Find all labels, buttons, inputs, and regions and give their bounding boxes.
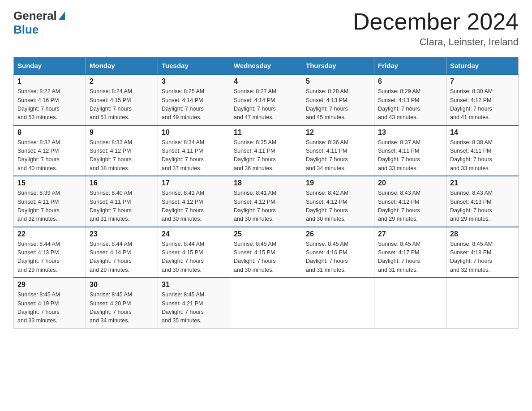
day-info: Sunrise: 8:45 AMSunset: 4:19 PMDaylight:… bbox=[17, 291, 82, 325]
day-info: Sunrise: 8:42 AMSunset: 4:12 PMDaylight:… bbox=[306, 189, 370, 224]
col-header-tuesday: Tuesday bbox=[158, 57, 230, 75]
day-info: Sunrise: 8:32 AMSunset: 4:12 PMDaylight:… bbox=[17, 138, 82, 173]
calendar-cell: 9Sunrise: 8:33 AMSunset: 4:12 PMDaylight… bbox=[86, 125, 158, 176]
calendar-cell: 8Sunrise: 8:32 AMSunset: 4:12 PMDaylight… bbox=[14, 125, 86, 176]
calendar-cell: 27Sunrise: 8:45 AMSunset: 4:17 PMDayligh… bbox=[374, 227, 446, 278]
calendar-table: SundayMondayTuesdayWednesdayThursdayFrid… bbox=[13, 57, 519, 329]
day-number: 29 bbox=[17, 281, 82, 289]
day-info: Sunrise: 8:38 AMSunset: 4:11 PMDaylight:… bbox=[450, 138, 515, 173]
day-number: 3 bbox=[162, 77, 226, 86]
day-number: 2 bbox=[90, 77, 154, 86]
page-header: General Blue December 2024 Clara, Leinst… bbox=[13, 9, 519, 48]
logo-blue-text: Blue bbox=[13, 23, 39, 37]
calendar-cell: 4Sunrise: 8:27 AMSunset: 4:14 PMDaylight… bbox=[230, 74, 302, 125]
month-title: December 2024 bbox=[353, 9, 519, 34]
calendar-cell: 2Sunrise: 8:24 AMSunset: 4:15 PMDaylight… bbox=[86, 74, 158, 125]
day-number: 12 bbox=[306, 128, 370, 137]
day-info: Sunrise: 8:22 AMSunset: 4:16 PMDaylight:… bbox=[17, 87, 82, 122]
day-number: 9 bbox=[90, 128, 154, 137]
calendar-cell: 5Sunrise: 8:28 AMSunset: 4:13 PMDaylight… bbox=[302, 74, 374, 125]
day-info: Sunrise: 8:45 AMSunset: 4:21 PMDaylight:… bbox=[162, 291, 226, 325]
day-info: Sunrise: 8:44 AMSunset: 4:14 PMDaylight:… bbox=[90, 240, 154, 275]
day-number: 10 bbox=[162, 128, 226, 137]
day-info: Sunrise: 8:33 AMSunset: 4:12 PMDaylight:… bbox=[90, 138, 154, 173]
logo-arrow-icon bbox=[59, 12, 65, 20]
day-number: 5 bbox=[306, 77, 370, 86]
day-number: 6 bbox=[378, 77, 442, 86]
day-number: 13 bbox=[378, 128, 442, 137]
calendar-cell: 26Sunrise: 8:45 AMSunset: 4:16 PMDayligh… bbox=[302, 227, 374, 278]
day-number: 15 bbox=[17, 179, 82, 187]
day-info: Sunrise: 8:45 AMSunset: 4:18 PMDaylight:… bbox=[450, 240, 515, 275]
calendar-cell: 7Sunrise: 8:30 AMSunset: 4:12 PMDaylight… bbox=[446, 74, 519, 125]
day-number: 30 bbox=[90, 281, 154, 289]
col-header-sunday: Sunday bbox=[14, 57, 86, 75]
title-block: December 2024 Clara, Leinster, Ireland bbox=[353, 9, 519, 48]
day-number: 16 bbox=[90, 179, 154, 187]
calendar-cell bbox=[374, 278, 446, 328]
day-number: 20 bbox=[378, 179, 442, 187]
calendar-cell: 12Sunrise: 8:36 AMSunset: 4:11 PMDayligh… bbox=[302, 125, 374, 176]
calendar-cell: 1Sunrise: 8:22 AMSunset: 4:16 PMDaylight… bbox=[14, 74, 86, 125]
day-info: Sunrise: 8:43 AMSunset: 4:13 PMDaylight:… bbox=[450, 189, 515, 224]
day-info: Sunrise: 8:45 AMSunset: 4:15 PMDaylight:… bbox=[234, 240, 298, 275]
day-info: Sunrise: 8:34 AMSunset: 4:11 PMDaylight:… bbox=[162, 138, 226, 173]
day-info: Sunrise: 8:29 AMSunset: 4:13 PMDaylight:… bbox=[378, 87, 442, 122]
calendar-cell: 23Sunrise: 8:44 AMSunset: 4:14 PMDayligh… bbox=[86, 227, 158, 278]
calendar-cell: 22Sunrise: 8:44 AMSunset: 4:13 PMDayligh… bbox=[14, 227, 86, 278]
day-info: Sunrise: 8:44 AMSunset: 4:15 PMDaylight:… bbox=[162, 240, 226, 275]
day-info: Sunrise: 8:43 AMSunset: 4:12 PMDaylight:… bbox=[378, 189, 442, 224]
day-number: 14 bbox=[450, 128, 515, 137]
day-info: Sunrise: 8:25 AMSunset: 4:14 PMDaylight:… bbox=[162, 87, 226, 122]
day-number: 25 bbox=[234, 230, 298, 238]
day-number: 8 bbox=[17, 128, 82, 137]
calendar-cell: 3Sunrise: 8:25 AMSunset: 4:14 PMDaylight… bbox=[158, 74, 230, 125]
day-number: 28 bbox=[450, 230, 515, 238]
calendar-cell: 18Sunrise: 8:41 AMSunset: 4:12 PMDayligh… bbox=[230, 176, 302, 227]
day-number: 18 bbox=[234, 179, 298, 187]
col-header-thursday: Thursday bbox=[302, 57, 374, 75]
day-info: Sunrise: 8:28 AMSunset: 4:13 PMDaylight:… bbox=[306, 87, 370, 122]
day-number: 22 bbox=[17, 230, 82, 238]
day-number: 27 bbox=[378, 230, 442, 238]
calendar-cell: 31Sunrise: 8:45 AMSunset: 4:21 PMDayligh… bbox=[158, 278, 230, 328]
day-info: Sunrise: 8:36 AMSunset: 4:11 PMDaylight:… bbox=[306, 138, 370, 173]
calendar-cell: 13Sunrise: 8:37 AMSunset: 4:11 PMDayligh… bbox=[374, 125, 446, 176]
calendar-cell: 10Sunrise: 8:34 AMSunset: 4:11 PMDayligh… bbox=[158, 125, 230, 176]
day-info: Sunrise: 8:41 AMSunset: 4:12 PMDaylight:… bbox=[234, 189, 298, 224]
day-number: 17 bbox=[162, 179, 226, 187]
day-number: 1 bbox=[17, 77, 82, 86]
calendar-cell bbox=[446, 278, 519, 328]
calendar-cell: 25Sunrise: 8:45 AMSunset: 4:15 PMDayligh… bbox=[230, 227, 302, 278]
week-row-2: 8Sunrise: 8:32 AMSunset: 4:12 PMDaylight… bbox=[14, 125, 519, 176]
day-number: 19 bbox=[306, 179, 370, 187]
calendar-header-row: SundayMondayTuesdayWednesdayThursdayFrid… bbox=[14, 57, 519, 75]
location-subtitle: Clara, Leinster, Ireland bbox=[353, 36, 519, 48]
col-header-monday: Monday bbox=[86, 57, 158, 75]
col-header-friday: Friday bbox=[374, 57, 446, 75]
calendar-cell: 19Sunrise: 8:42 AMSunset: 4:12 PMDayligh… bbox=[302, 176, 374, 227]
day-info: Sunrise: 8:44 AMSunset: 4:13 PMDaylight:… bbox=[17, 240, 82, 275]
week-row-4: 22Sunrise: 8:44 AMSunset: 4:13 PMDayligh… bbox=[14, 227, 519, 278]
day-number: 26 bbox=[306, 230, 370, 238]
day-info: Sunrise: 8:45 AMSunset: 4:16 PMDaylight:… bbox=[306, 240, 370, 275]
day-info: Sunrise: 8:37 AMSunset: 4:11 PMDaylight:… bbox=[378, 138, 442, 173]
calendar-cell bbox=[230, 278, 302, 328]
calendar-cell: 30Sunrise: 8:45 AMSunset: 4:20 PMDayligh… bbox=[86, 278, 158, 328]
day-info: Sunrise: 8:39 AMSunset: 4:11 PMDaylight:… bbox=[17, 189, 82, 224]
logo: General Blue bbox=[13, 9, 65, 37]
calendar-cell: 6Sunrise: 8:29 AMSunset: 4:13 PMDaylight… bbox=[374, 74, 446, 125]
calendar-cell: 21Sunrise: 8:43 AMSunset: 4:13 PMDayligh… bbox=[446, 176, 519, 227]
day-info: Sunrise: 8:40 AMSunset: 4:11 PMDaylight:… bbox=[90, 189, 154, 224]
logo-general-text: General bbox=[13, 9, 57, 23]
calendar-cell: 14Sunrise: 8:38 AMSunset: 4:11 PMDayligh… bbox=[446, 125, 519, 176]
calendar-cell: 11Sunrise: 8:35 AMSunset: 4:11 PMDayligh… bbox=[230, 125, 302, 176]
day-number: 7 bbox=[450, 77, 515, 86]
week-row-5: 29Sunrise: 8:45 AMSunset: 4:19 PMDayligh… bbox=[14, 278, 519, 328]
calendar-cell: 15Sunrise: 8:39 AMSunset: 4:11 PMDayligh… bbox=[14, 176, 86, 227]
col-header-saturday: Saturday bbox=[446, 57, 519, 75]
day-number: 31 bbox=[162, 281, 226, 289]
day-info: Sunrise: 8:35 AMSunset: 4:11 PMDaylight:… bbox=[234, 138, 298, 173]
calendar-cell: 16Sunrise: 8:40 AMSunset: 4:11 PMDayligh… bbox=[86, 176, 158, 227]
day-number: 21 bbox=[450, 179, 515, 187]
